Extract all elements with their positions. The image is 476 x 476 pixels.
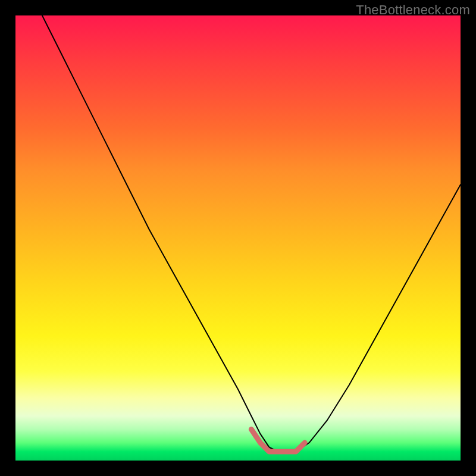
main-curve <box>42 15 461 452</box>
watermark-text: TheBottleneck.com <box>356 2 470 18</box>
chart-frame: TheBottleneck.com <box>0 0 476 476</box>
curve-layer <box>15 15 461 461</box>
plot-area <box>15 15 461 461</box>
